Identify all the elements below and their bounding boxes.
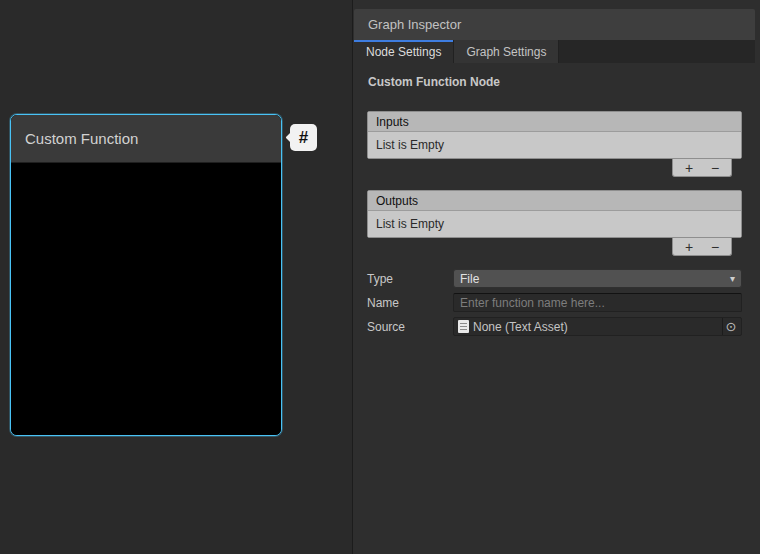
source-object-field[interactable]: None (Text Asset) ⊙	[453, 317, 742, 336]
node-body	[11, 163, 281, 436]
outputs-list-empty-row: List is Empty	[368, 211, 741, 237]
tab-graph-settings-label: Graph Settings	[466, 45, 546, 59]
inputs-list-header: Inputs	[368, 112, 741, 132]
field-group: Type File ▾ Name Source None (Text Asset…	[367, 269, 742, 336]
section-title: Custom Function Node	[368, 75, 742, 89]
type-dropdown[interactable]: File ▾	[453, 269, 742, 288]
tab-node-settings-label: Node Settings	[366, 45, 441, 59]
inspector-header[interactable]: Graph Inspector	[354, 9, 755, 40]
inspector-tabbar: Node Settings Graph Settings	[354, 40, 755, 63]
inputs-remove-button[interactable]: −	[704, 160, 726, 176]
name-label: Name	[367, 296, 453, 310]
type-field-row: Type File ▾	[367, 269, 742, 288]
tab-node-settings[interactable]: Node Settings	[354, 40, 454, 63]
source-object-value: None (Text Asset)	[473, 320, 568, 334]
inspector-content: Custom Function Node Inputs List is Empt…	[354, 63, 755, 554]
type-dropdown-value: File	[460, 272, 479, 286]
outputs-list-header: Outputs	[368, 191, 741, 211]
outputs-add-button[interactable]: +	[678, 239, 700, 255]
inspector-title: Graph Inspector	[368, 17, 461, 32]
graph-inspector-panel: Graph Inspector Node Settings Graph Sett…	[352, 0, 760, 554]
name-field-row: Name	[367, 293, 742, 312]
custom-function-node[interactable]: Custom Function	[10, 114, 282, 436]
spacer	[367, 177, 742, 190]
hash-icon: #	[299, 128, 308, 148]
outputs-remove-button[interactable]: −	[704, 239, 726, 255]
graph-canvas[interactable]: Custom Function #	[0, 0, 352, 554]
source-field-row: Source None (Text Asset) ⊙	[367, 317, 742, 336]
inputs-list: Inputs List is Empty	[367, 111, 742, 159]
node-title: Custom Function	[25, 130, 138, 147]
source-label: Source	[367, 320, 453, 334]
node-title-bar[interactable]: Custom Function	[11, 115, 281, 163]
inputs-list-empty-row: List is Empty	[368, 132, 741, 158]
tab-graph-settings[interactable]: Graph Settings	[454, 40, 559, 63]
text-asset-icon	[458, 320, 469, 333]
outputs-list-footer-buttons: + −	[672, 238, 732, 256]
inputs-list-footer-buttons: + −	[672, 159, 732, 177]
inputs-list-footer: + −	[367, 159, 742, 177]
outputs-list: Outputs List is Empty	[367, 190, 742, 238]
type-label: Type	[367, 272, 453, 286]
inputs-add-button[interactable]: +	[678, 160, 700, 176]
outputs-list-footer: + −	[367, 238, 742, 256]
object-picker-icon[interactable]: ⊙	[722, 318, 739, 335]
function-name-input[interactable]	[453, 293, 742, 312]
custom-function-hash-badge[interactable]: #	[290, 124, 317, 151]
chevron-down-icon: ▾	[730, 273, 735, 284]
